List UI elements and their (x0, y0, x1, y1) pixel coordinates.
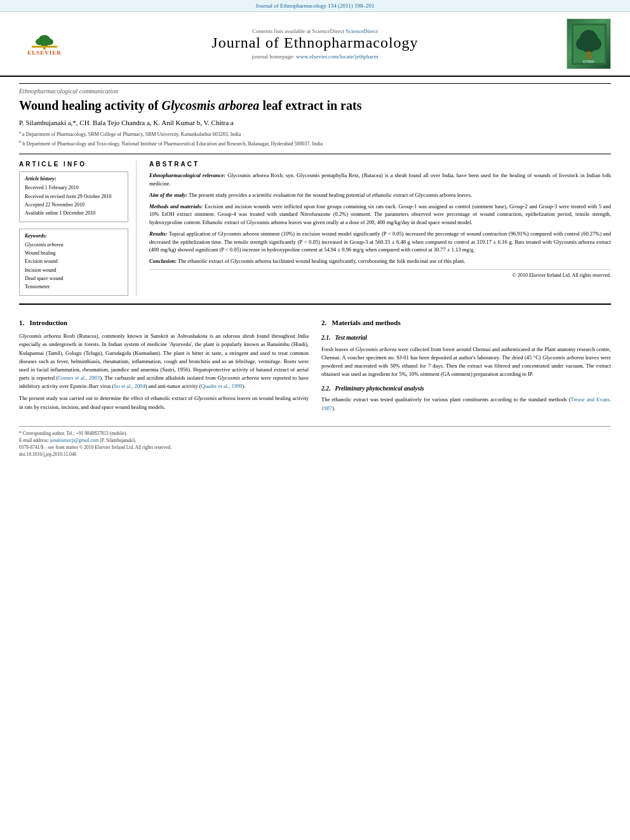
title-end: leaf extract in rats (259, 98, 361, 112)
abstract-conclusion: Conclusion: The ethanolic extract of Gly… (149, 257, 611, 265)
journal-ref: Journal of Ethnopharmacology 134 (2011) … (256, 3, 375, 9)
copyright: © 2010 Elsevier Ireland Ltd. All rights … (149, 269, 611, 278)
abstract-results: Results: Topical application of Glycosmi… (149, 230, 611, 254)
sciencedirect-anchor[interactable]: ScienceDirect (345, 28, 377, 34)
test-material-para: Fresh leaves of Glycosmis arborea were c… (321, 345, 611, 379)
ito-ref[interactable]: Ito et al., 2004 (114, 383, 145, 389)
quader-ref[interactable]: Quader et al., 1999 (201, 383, 243, 389)
svg-point-9 (590, 37, 601, 50)
journal-header: ELSEVIER Contents lists available at Sci… (0, 12, 630, 77)
svg-point-2 (36, 39, 43, 45)
authors: P. Silambujanaki a,*, CH. Bala Tejo Chan… (19, 119, 611, 126)
keyword-4: Incision wound (25, 267, 123, 274)
thumb-icon: ETHNO (572, 23, 607, 65)
email-link[interactable]: janakismocp@gmail.com (50, 437, 99, 443)
header-right: ETHNO (560, 18, 611, 69)
keyword-5: Dead space wound (25, 275, 123, 282)
affiliations: a a Department of Pharmacology, SRM Coll… (19, 129, 611, 147)
revised-date: Received in revised form 29 October 2010 (25, 193, 123, 200)
abstract-methods: Methods and materials: Excision and inci… (149, 203, 611, 227)
keyword-6: Tensiometer (25, 283, 123, 290)
homepage-link: journal homepage: www.elsevier.com/locat… (70, 53, 560, 60)
page: Journal of Ethnopharmacology 134 (2011) … (0, 0, 630, 840)
svg-rect-10 (587, 51, 591, 59)
abstract-relevance: Ethnopharmacological relevance: Glycosmi… (149, 171, 611, 188)
accepted-date: Accepted 22 November 2010 (25, 201, 123, 208)
elsevier-tree-icon (32, 32, 57, 50)
history-title: Article history: (25, 176, 123, 182)
keyword-3: Excision wound (25, 258, 123, 265)
title-italic: Glycosmis arborea (161, 98, 259, 112)
corresponding-note: * Corresponding author. Tel.: +91 984083… (19, 430, 611, 437)
history-box: Article history: Received 1 February 201… (19, 171, 128, 222)
abstract-aim: Aim of the study: The present study prov… (149, 191, 611, 199)
main-content: Ethnopharmacological communication Wound… (0, 77, 630, 465)
relevance-label: Ethnopharmacological relevance: (149, 172, 225, 178)
conclusion-label: Conclusion: (149, 258, 177, 264)
svg-text:ETHNO: ETHNO (583, 60, 594, 63)
article-info-col: ARTICLE INFO Article history: Received 1… (19, 161, 137, 296)
journal-name: Journal of Ethnopharmacology (70, 34, 560, 51)
top-bar: Journal of Ethnopharmacology 134 (2011) … (0, 0, 630, 12)
info-abstract-row: ARTICLE INFO Article history: Received 1… (19, 154, 611, 296)
trease-ref[interactable]: Trease and Evans, 1987 (321, 396, 611, 411)
abstract-heading: ABSTRACT (149, 161, 611, 168)
aim-text: The present study provides a scientific … (189, 192, 472, 198)
header-center: Contents lists available at ScienceDirec… (70, 28, 560, 60)
email-line: E-mail address: janakismocp@gmail.com (P… (19, 437, 611, 444)
methods-text: Excision and incision wounds were inflic… (149, 203, 611, 226)
test-material-title: 2.1. Test material (321, 333, 611, 343)
affiliation-a: a a Department of Pharmacology, SRM Coll… (19, 129, 611, 138)
keyword-1: Glycosmis arborea (25, 241, 123, 248)
keyword-2: Wound healing (25, 250, 123, 257)
intro-title: 1. Introduction (19, 317, 309, 328)
footer: * Corresponding author. Tel.: +91 984083… (19, 426, 611, 458)
aim-label: Aim of the study: (149, 192, 187, 198)
intro-para-1: Glycosmis arborea Roxb (Rutacea), common… (19, 332, 309, 390)
issn-line: 0378-8741/$ – see front matter © 2010 El… (19, 444, 611, 451)
methods-label: Methods and materials: (149, 203, 203, 210)
sciencedirect-link: Contents lists available at ScienceDirec… (70, 28, 560, 34)
elsevier-logo: ELSEVIER (19, 31, 70, 57)
homepage-url[interactable]: www.elsevier.com/locate/jethpharm (296, 53, 378, 60)
footer-text: * Corresponding author. Tel.: +91 984083… (19, 430, 611, 458)
gomes-ref[interactable]: Gomes et al., 2003 (58, 375, 100, 381)
affiliation-b: b b Department of Pharmacology and Toxic… (19, 138, 611, 148)
doi-line: doi:10.1016/j.jep.2010.11.046 (19, 451, 611, 458)
article-title: Wound healing activity of Glycosmis arbo… (19, 97, 611, 114)
title-plain: Wound healing activity of (19, 98, 161, 112)
body-two-col: 1. Introduction Glycosmis arborea Roxb (… (19, 311, 611, 417)
methods-title: 2. Materials and methods (321, 317, 611, 328)
svg-rect-4 (32, 46, 57, 48)
body-col-left: 1. Introduction Glycosmis arborea Roxb (… (19, 311, 309, 417)
keywords-title: Keywords: (25, 233, 123, 239)
article-info-heading: ARTICLE INFO (19, 161, 128, 168)
available-date: Available online 1 December 2010 (25, 210, 123, 217)
svg-point-8 (576, 37, 587, 50)
svg-point-3 (46, 39, 53, 45)
keywords-box: Keywords: Glycosmis arborea Wound healin… (19, 229, 128, 296)
phytochem-title: 2.2. Preliminary phytochemical analysis (321, 384, 611, 394)
body-content: 1. Introduction Glycosmis arborea Roxb (… (19, 303, 611, 417)
intro-para-2: The present study was carried out to det… (19, 394, 309, 411)
phytochem-para: The ethanolic extract was tested qualita… (321, 396, 611, 412)
results-text: Topical application of Glycosmis arborea… (149, 230, 611, 253)
elsevier-text: ELSEVIER (27, 50, 62, 56)
article-type: Ethnopharmacological communication (19, 83, 611, 95)
elsevier-logo-area: ELSEVIER (19, 31, 70, 57)
body-col-right: 2. Materials and methods 2.1. Test mater… (321, 311, 611, 417)
journal-thumbnail: ETHNO (566, 18, 611, 69)
abstract-col: ABSTRACT Ethnopharmacological relevance:… (149, 161, 611, 296)
received-date: Received 1 February 2010 (25, 184, 123, 191)
results-label: Results: (149, 230, 167, 237)
conclusion-text: The ethanolic extract of Glycosmis arbor… (178, 258, 465, 264)
